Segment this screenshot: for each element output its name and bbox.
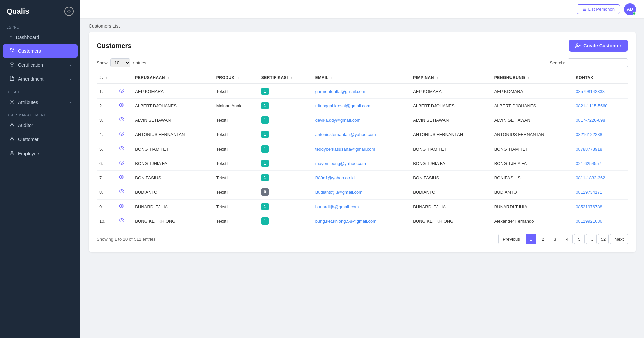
show-entries: Show 10 25 50 100 entries [97, 58, 146, 67]
view-icon[interactable] [119, 175, 124, 181]
email-link[interactable]: tritunggal.kresai@gmail.com [315, 103, 370, 108]
sidebar-item-customers[interactable]: Customers [3, 44, 78, 58]
col-produk: PRODUK ↕ [214, 72, 259, 84]
sidebar-item-certification[interactable]: Certification › [3, 58, 78, 72]
cell-eye[interactable] [116, 156, 132, 171]
cell-eye[interactable] [116, 200, 132, 214]
cell-penghubung: AEP KOMARA [492, 84, 573, 99]
cell-number: 1. [97, 84, 116, 99]
cell-number: 9. [97, 200, 116, 214]
view-icon[interactable] [119, 189, 124, 195]
svg-point-22 [121, 191, 122, 192]
sidebar-item-label: Auditor [18, 123, 33, 128]
previous-button[interactable]: Previous [498, 234, 524, 244]
view-icon[interactable] [119, 204, 124, 210]
page-4-button[interactable]: 4 [562, 234, 573, 244]
cell-email: teddyberkasusaha@gmail.com [313, 142, 410, 156]
svg-point-0 [10, 48, 12, 50]
cell-eye[interactable] [116, 142, 132, 156]
email-link[interactable]: devika.ddy@gmail.com [315, 118, 361, 123]
cell-eye[interactable] [116, 185, 132, 200]
view-icon[interactable] [119, 132, 124, 137]
email-link[interactable]: bunarditjh@gmail.com [315, 204, 359, 209]
email-link[interactable]: B80n1@yahoo.co.id [315, 175, 355, 180]
cell-penghubung: Alexander Fernando [492, 214, 573, 228]
cell-pimpinan: ANTONIUS FERNANTAN [410, 127, 492, 142]
cell-eye[interactable] [116, 99, 132, 113]
cell-kontak: 08119921686 [573, 214, 628, 228]
entries-select[interactable]: 10 25 50 100 [110, 58, 130, 67]
page-2-button[interactable]: 2 [538, 234, 548, 244]
customers-card: Customers Create Customer Show 10 25 50 … [89, 32, 636, 252]
certification-icon [9, 62, 15, 68]
cell-sertifikasi: 1 [259, 142, 313, 156]
next-button[interactable]: Next [610, 234, 628, 244]
cell-eye[interactable] [116, 127, 132, 142]
cell-eye[interactable] [116, 214, 132, 228]
page-last-button[interactable]: 52 [598, 234, 609, 244]
view-icon[interactable] [119, 89, 124, 94]
email-link[interactable]: mayomibong@yahoo.com [315, 161, 366, 166]
page-1-button[interactable]: 1 [526, 234, 536, 244]
chevron-right-icon: › [70, 77, 71, 81]
user-avatar[interactable]: AD [624, 3, 636, 15]
cell-penghubung: BUNARDI TJHIA [492, 200, 573, 214]
table-row: 2. ALBERT DJOHANES Mainan Anak 1 tritung… [97, 99, 628, 113]
content-area: Customers Create Customer Show 10 25 50 … [80, 32, 644, 338]
sidebar: Qualis ⊙ LSPRO ⌂ Dashboard Customers Cer… [0, 0, 80, 338]
page-5-button[interactable]: 5 [574, 234, 585, 244]
cell-produk: Tekstil [214, 156, 259, 171]
cell-number: 7. [97, 171, 116, 185]
cell-eye[interactable] [116, 113, 132, 127]
cell-perusahaan: ANTONIUS FERNANTAN [132, 127, 214, 142]
cell-email: antoniusfernantan@yahoo.com [313, 127, 410, 142]
sidebar-item-label: Customers [18, 48, 41, 54]
auditor-icon [9, 122, 15, 129]
view-icon[interactable] [119, 218, 124, 224]
svg-point-15 [121, 90, 122, 91]
svg-point-19 [121, 148, 122, 149]
search-input[interactable] [568, 58, 628, 67]
cell-pimpinan: AEP KOMARA [410, 84, 492, 99]
create-customer-button[interactable]: Create Customer [569, 40, 628, 52]
email-link[interactable]: teddyberkasusaha@gmail.com [315, 147, 375, 152]
sidebar-item-dashboard[interactable]: ⌂ Dashboard [3, 31, 78, 44]
email-link[interactable]: bung.ket.khiong.58@gmail.com [315, 219, 376, 224]
list-pemohon-button[interactable]: List Pemohon [577, 4, 620, 14]
customers-table: #. ↕ PERUSAHAAN ↕ PRODUK ↕ SERTIFIKASI ↕… [97, 72, 628, 228]
svg-point-5 [11, 151, 13, 153]
cell-pimpinan: BONG TIAM TET [410, 142, 492, 156]
sidebar-item-attributes[interactable]: Attributes › [3, 96, 78, 109]
sidebar-item-customer[interactable]: Customer [3, 133, 78, 146]
search-box: Search: [550, 58, 628, 67]
email-link[interactable]: garmentdaffa@gmail.com [315, 89, 365, 94]
view-icon[interactable] [119, 161, 124, 166]
cell-perusahaan: ALBERT DJOHANES [132, 99, 214, 113]
view-icon[interactable] [119, 117, 124, 123]
sidebar-item-employee[interactable]: Employee [3, 147, 78, 160]
email-link[interactable]: Budiantotjiu@gmail.com [315, 190, 362, 195]
main-content: List Pemohon AD Customers List Customers… [80, 0, 644, 338]
cell-eye[interactable] [116, 171, 132, 185]
svg-point-17 [121, 119, 122, 120]
cell-perusahaan: BUNARDI TJHIA [132, 200, 214, 214]
sidebar-item-auditor[interactable]: Auditor [3, 119, 78, 132]
table-row: 10. BUNG KET KHIONG Tekstil 1 bung.ket.k… [97, 214, 628, 228]
cell-pimpinan: BUDIANTO [410, 185, 492, 200]
cell-perusahaan: AEP KOMARA [132, 84, 214, 99]
sidebar-item-amendment[interactable]: Amendment › [3, 72, 78, 86]
cell-sertifikasi: 1 [259, 113, 313, 127]
svg-point-24 [121, 220, 122, 221]
cell-penghubung: BONG TJHIA FA [492, 156, 573, 171]
view-icon[interactable] [119, 103, 124, 109]
svg-point-18 [121, 133, 122, 134]
view-icon[interactable] [119, 146, 124, 152]
cell-kontak: 0817-7226-698 [573, 113, 628, 127]
email-link[interactable]: antoniusfernantan@yahoo.com [315, 132, 376, 137]
cell-penghubung: ANTONIUS FERNANTAN [492, 127, 573, 142]
sidebar-item-label: Amendment [18, 76, 43, 82]
cell-pimpinan: BUNG KET KHIONG [410, 214, 492, 228]
attributes-icon [9, 99, 15, 106]
page-3-button[interactable]: 3 [550, 234, 560, 244]
cell-eye[interactable] [116, 84, 132, 99]
